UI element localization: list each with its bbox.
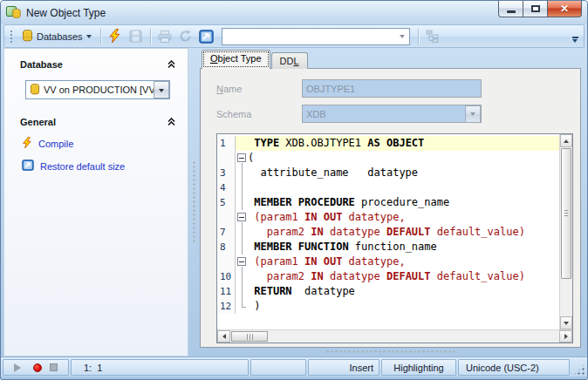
code-line[interactable]: (param1 IN OUT datatype, bbox=[217, 210, 559, 225]
databases-dropdown-button[interactable]: Databases bbox=[17, 27, 96, 46]
scroll-right-arrow[interactable] bbox=[559, 330, 572, 343]
fold-collapse-icon[interactable] bbox=[236, 210, 248, 225]
toolbar-options-button[interactable] bbox=[570, 37, 580, 45]
database-cylinder-icon bbox=[30, 84, 40, 97]
code-text[interactable]: ( bbox=[248, 151, 559, 166]
window-resize-grip[interactable] bbox=[573, 363, 585, 376]
line-number: 11 bbox=[217, 284, 236, 299]
restore-default-size-link[interactable]: Restore default size bbox=[4, 155, 188, 177]
tab-object-type[interactable]: Object Type bbox=[202, 50, 270, 69]
tab-ddl[interactable]: DDL bbox=[271, 52, 308, 69]
vertical-scroll-thumb[interactable] bbox=[561, 148, 571, 279]
scroll-down-arrow[interactable] bbox=[560, 316, 572, 329]
sidebar-section-database[interactable]: Database bbox=[4, 54, 188, 75]
code-line[interactable]: 1 TYPE XDB.OBJTYPE1 AS OBJECT bbox=[217, 136, 559, 151]
code-line[interactable]: 10 param2 IN datatype DEFAULT default_va… bbox=[217, 269, 559, 284]
fold-gutter bbox=[236, 136, 248, 151]
sidebar-splitter[interactable] bbox=[188, 48, 200, 356]
toolbar-separator bbox=[150, 29, 151, 44]
tab-strip: Object Type DDL bbox=[200, 50, 581, 69]
stop-icon[interactable] bbox=[50, 363, 58, 371]
play-icon[interactable] bbox=[14, 363, 25, 372]
chevron-down-icon[interactable] bbox=[395, 29, 409, 44]
collapse-chevron-icon[interactable] bbox=[168, 118, 175, 126]
code-line[interactable]: 8 MEMBER FUNCTION function_name bbox=[217, 240, 559, 254]
close-icon: ✕ bbox=[560, 3, 569, 15]
fold-collapse-icon[interactable] bbox=[236, 254, 248, 269]
status-bar: 1: 1 Insert Highlighting Unicode (USC-2) bbox=[1, 356, 587, 377]
sql-code-editor[interactable]: 1 TYPE XDB.OBJTYPE1 AS OBJECT(3 attribut… bbox=[216, 133, 573, 343]
fold-collapse-icon[interactable] bbox=[236, 151, 248, 166]
toolbar-separator bbox=[100, 29, 101, 44]
code-text[interactable]: attribute_name datatype bbox=[248, 166, 559, 180]
editor-horizontal-scrollbar[interactable] bbox=[217, 329, 572, 343]
maximize-button[interactable] bbox=[523, 1, 548, 17]
code-line[interactable]: (param1 IN OUT datatype, bbox=[217, 254, 559, 269]
database-combobox[interactable]: VV on PRODUCTION [VV] bbox=[25, 80, 170, 99]
code-line[interactable]: ( bbox=[217, 151, 559, 166]
code-text[interactable]: ) bbox=[248, 299, 559, 314]
bottom-splitter[interactable] bbox=[200, 348, 581, 356]
sidebar-section-general[interactable]: General bbox=[4, 112, 188, 132]
code-line[interactable]: 3 attribute_name datatype bbox=[217, 166, 559, 180]
database-cylinder-icon bbox=[22, 30, 33, 44]
code-line[interactable]: 5 MEMBER PROCEDURE procedure_name bbox=[217, 195, 559, 210]
code-line[interactable]: 11 RETURN datatype bbox=[217, 284, 559, 299]
code-text[interactable]: (param1 IN OUT datatype, bbox=[248, 254, 559, 269]
code-text[interactable]: (param1 IN OUT datatype, bbox=[248, 210, 559, 225]
code-text[interactable] bbox=[248, 180, 559, 195]
restore-default-size-label[interactable]: Restore default size bbox=[40, 161, 125, 172]
code-text[interactable]: MEMBER PROCEDURE procedure_name bbox=[248, 195, 559, 210]
code-text[interactable]: TYPE XDB.OBJTYPE1 AS OBJECT bbox=[248, 136, 559, 151]
toolbar-grip[interactable] bbox=[9, 29, 13, 44]
line-number bbox=[217, 151, 236, 166]
highlighting-indicator: Highlighting bbox=[381, 359, 456, 376]
code-line[interactable]: 4 bbox=[217, 180, 559, 195]
compile-link-label[interactable]: Compile bbox=[38, 139, 73, 149]
database-section-label: Database bbox=[20, 59, 63, 70]
insert-mode-indicator: Insert bbox=[308, 359, 379, 376]
schema-label: Schema bbox=[216, 109, 302, 119]
code-area[interactable]: 1 TYPE XDB.OBJTYPE1 AS OBJECT(3 attribut… bbox=[217, 134, 559, 329]
fold-gutter bbox=[236, 284, 248, 299]
line-number: 12 bbox=[217, 299, 236, 314]
record-icon[interactable] bbox=[33, 363, 42, 372]
line-number: 3 bbox=[217, 166, 236, 180]
editor-vertical-scrollbar[interactable] bbox=[559, 134, 572, 329]
collapse-chevron-icon[interactable] bbox=[168, 60, 175, 69]
line-number: 7 bbox=[217, 225, 236, 240]
title-bar[interactable]: New Object Type ✕ bbox=[1, 1, 587, 24]
maximize-icon bbox=[531, 5, 540, 12]
name-label: Name bbox=[216, 84, 302, 94]
minimize-icon bbox=[507, 10, 516, 13]
toolbar-separator bbox=[418, 29, 419, 44]
minimize-button[interactable] bbox=[498, 1, 523, 17]
compile-lightning-icon[interactable] bbox=[106, 27, 125, 46]
line-number bbox=[217, 210, 236, 225]
code-text[interactable]: MEMBER FUNCTION function_name bbox=[248, 240, 559, 254]
code-line[interactable]: 7 param2 IN datatype DEFAULT default_val… bbox=[217, 225, 559, 240]
fold-gutter bbox=[236, 225, 248, 240]
scroll-up-arrow[interactable] bbox=[560, 134, 572, 147]
window-title: New Object Type bbox=[26, 7, 106, 19]
toolbar-search-combobox[interactable] bbox=[222, 28, 410, 45]
schema-combobox-value: XDB bbox=[303, 109, 465, 119]
line-number: 4 bbox=[217, 180, 236, 195]
general-section-label: General bbox=[20, 117, 56, 127]
line-number: 10 bbox=[217, 269, 236, 284]
chevron-down-icon bbox=[86, 35, 92, 41]
schema-combobox-dropdown-button bbox=[465, 105, 481, 123]
compile-link[interactable]: Compile bbox=[4, 132, 188, 155]
close-button[interactable]: ✕ bbox=[547, 1, 582, 17]
code-line[interactable]: 12 ) bbox=[217, 299, 559, 314]
cursor-position-indicator: 1: 1 bbox=[71, 359, 249, 376]
code-text[interactable]: param2 IN datatype DEFAULT default_value… bbox=[248, 269, 559, 284]
code-text[interactable]: param2 IN datatype DEFAULT default_value… bbox=[248, 225, 559, 240]
restore-default-size-icon[interactable] bbox=[197, 27, 216, 46]
save-icon bbox=[126, 27, 146, 46]
scroll-left-arrow[interactable] bbox=[217, 330, 230, 343]
code-text[interactable]: RETURN datatype bbox=[248, 284, 559, 299]
horizontal-scroll-thumb[interactable] bbox=[231, 331, 268, 342]
status-media-section bbox=[3, 359, 69, 376]
database-combobox-dropdown-button[interactable] bbox=[154, 81, 169, 98]
